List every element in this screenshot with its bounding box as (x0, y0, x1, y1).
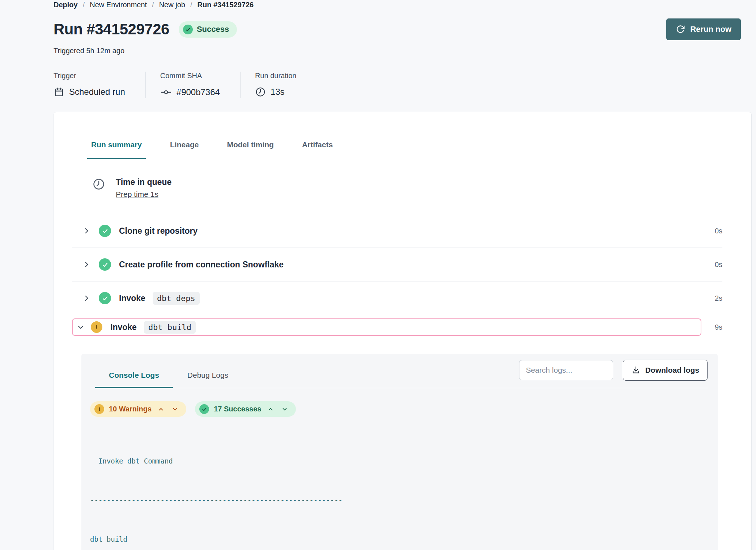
tab-artifacts[interactable]: Artifacts (298, 140, 337, 159)
meta-duration-label: Run duration (255, 72, 297, 80)
meta-commit-value: #900b7364 (177, 87, 220, 97)
success-icon (99, 258, 111, 271)
console-log-output: Invoke dbt Command ---------------------… (90, 428, 708, 550)
clock-icon (92, 177, 106, 199)
step-title: Create profile from connection Snowflake (119, 260, 284, 270)
run-meta: Trigger Scheduled run Commit SHA #900b73… (54, 72, 752, 98)
console-header: Console Logs Debug Logs Download logs (90, 360, 708, 388)
previous-warning-button[interactable] (156, 405, 166, 413)
meta-commit-label: Commit SHA (160, 72, 220, 80)
step-row-dbt-build: Invoke dbt build 9s (72, 318, 722, 336)
breadcrumb-job[interactable]: New job (159, 1, 185, 9)
meta-duration: Run duration 13s (240, 72, 317, 98)
log-line: ----------------------------------------… (90, 494, 692, 507)
step-command-chip: dbt build (144, 321, 196, 334)
step-duration: 9s (708, 323, 722, 331)
commit-icon (160, 86, 172, 98)
tab-lineage[interactable]: Lineage (166, 140, 203, 159)
step-title: Invoke (110, 322, 137, 332)
triggered-timestamp: Triggered 5h 12m ago (54, 47, 752, 55)
meta-trigger: Trigger Scheduled run (54, 72, 145, 98)
console-tabs: Console Logs Debug Logs (90, 360, 242, 388)
rerun-now-label: Rerun now (690, 25, 731, 34)
successes-pill: 17 Successes (195, 401, 296, 417)
prep-time-link[interactable]: Prep time 1s (116, 190, 171, 199)
run-detail-page: Deploy / New Environment / New job / Run… (0, 0, 756, 550)
step-duration: 0s (715, 261, 722, 269)
tab-run-summary[interactable]: Run summary (87, 140, 146, 159)
step-title: Clone git repository (119, 226, 198, 236)
status-badge: Success (179, 21, 237, 38)
warnings-pill-label: 10 Warnings (109, 405, 152, 413)
step-command-chip: dbt deps (153, 292, 200, 305)
time-in-queue-title: Time in queue (116, 177, 171, 187)
log-line: dbt build (90, 533, 692, 546)
clock-icon (255, 86, 266, 97)
status-badge-label: Success (197, 25, 229, 34)
calendar-icon (54, 86, 64, 97)
success-icon (99, 225, 111, 237)
chevron-right-icon (82, 227, 91, 235)
step-title: Invoke (119, 293, 145, 303)
download-logs-button[interactable]: Download logs (623, 360, 708, 381)
breadcrumb-separator: / (190, 1, 192, 9)
step-row-dbt-deps[interactable]: Invoke dbt deps 2s (72, 282, 722, 315)
breadcrumb-deploy[interactable]: Deploy (54, 1, 78, 9)
step-dbt-build-toggle[interactable]: Invoke dbt build (72, 318, 701, 336)
successes-pill-label: 17 Successes (214, 405, 261, 413)
warnings-pill: 10 Warnings (90, 401, 186, 417)
success-check-icon (183, 25, 193, 34)
success-icon (99, 292, 111, 304)
breadcrumb: Deploy / New Environment / New job / Run… (54, 1, 752, 9)
chevron-down-icon (76, 323, 85, 331)
download-logs-label: Download logs (645, 366, 699, 375)
log-line: Invoke dbt Command (90, 454, 692, 468)
meta-commit: Commit SHA #900b7364 (145, 72, 240, 98)
previous-success-button[interactable] (266, 405, 275, 413)
page-title: Run #341529726 (54, 21, 169, 38)
console-panel: Console Logs Debug Logs Download logs (81, 354, 718, 550)
breadcrumb-environment[interactable]: New Environment (90, 1, 147, 9)
breadcrumb-separator: / (83, 1, 85, 9)
refresh-icon (676, 25, 685, 34)
download-icon (631, 365, 641, 375)
log-summary-pills: 10 Warnings 17 Successes (90, 401, 708, 417)
warning-icon (91, 321, 102, 333)
warning-icon (94, 404, 104, 414)
time-in-queue-section: Time in queue Prep time 1s (72, 159, 722, 214)
search-logs-input[interactable] (519, 360, 613, 380)
step-duration: 0s (715, 227, 722, 235)
step-row-clone-git[interactable]: Clone git repository 0s (72, 214, 722, 248)
rerun-now-button[interactable]: Rerun now (666, 18, 741, 40)
step-duration: 2s (715, 294, 722, 302)
next-warning-button[interactable] (170, 405, 180, 413)
step-row-create-profile[interactable]: Create profile from connection Snowflake… (72, 248, 722, 282)
breadcrumb-current-run: Run #341529726 (197, 1, 254, 9)
run-tabs: Run summary Lineage Model timing Artifac… (72, 140, 722, 159)
success-check-icon (199, 404, 209, 414)
tab-console-logs[interactable]: Console Logs (95, 360, 173, 388)
next-success-button[interactable] (280, 405, 289, 413)
chevron-right-icon (82, 294, 91, 302)
breadcrumb-separator: / (152, 1, 154, 9)
meta-trigger-value: Scheduled run (69, 87, 125, 97)
run-summary-card: Run summary Lineage Model timing Artifac… (54, 112, 752, 550)
chevron-right-icon (82, 260, 91, 269)
meta-duration-value: 13s (271, 87, 285, 97)
tab-debug-logs[interactable]: Debug Logs (174, 360, 242, 388)
meta-trigger-label: Trigger (54, 72, 125, 80)
tab-model-timing[interactable]: Model timing (223, 140, 278, 159)
